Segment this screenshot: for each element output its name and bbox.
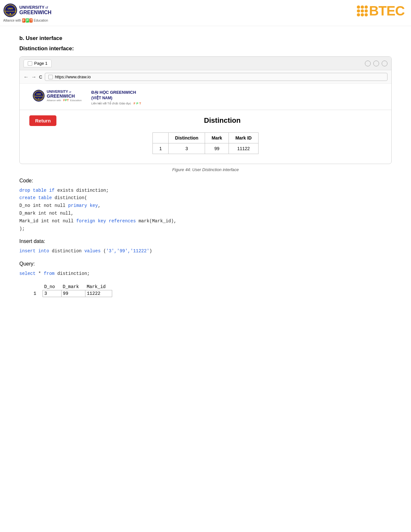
app-header: UNIV GREENWICH UNIVERSITY of GREENWICH A… [20, 84, 391, 110]
query-line-1: select * from distinction; [19, 270, 392, 278]
distinction-table: Distinction Mark Mark ID 1 3 99 11122 [152, 132, 258, 154]
table-cell-num: 1 [153, 143, 169, 154]
distinction-heading-text: Distinction interface: [19, 45, 74, 52]
page-header: UNIV GREENWICH UNIVERSITY of GREENWICH A… [0, 0, 411, 26]
insert-line-1: insert into distinction values ('3','99'… [19, 247, 392, 255]
app-page-title: Distinction [63, 116, 382, 125]
query-code-block: select * from distinction; [19, 270, 392, 278]
svg-text:UNIV: UNIV [36, 93, 41, 95]
window-control-circle-2[interactable] [373, 61, 379, 66]
code-line-3: D_no int not null primary key, [19, 202, 392, 210]
window-control-circle-1[interactable] [365, 61, 371, 66]
window-control-circle-3[interactable] [382, 61, 387, 66]
app-logo-text: UNIVERSITY of GREENWICH Alliance with FP… [47, 90, 82, 102]
code-label-text: Code: [19, 178, 33, 183]
code-label: Code: [19, 178, 392, 184]
code-line-1: drop table if exists distinction; [19, 187, 392, 195]
tab-page-icon [28, 61, 32, 66]
svg-text:GREENWICH: GREENWICH [34, 96, 44, 97]
btec-logo: BTEC [357, 3, 405, 19]
table-header-markid: Mark ID [229, 132, 259, 143]
table-header-mark: Mark [205, 132, 229, 143]
query-result-cell-dno: 3 [43, 290, 62, 297]
uni-name-line2: GREENWICH [19, 10, 52, 15]
query-result-header-dmark: D_mark [62, 284, 85, 290]
svg-text:UNIV: UNIV [8, 7, 13, 10]
return-button[interactable]: Return [29, 115, 56, 126]
app-body: Return Distinction Distinction Mark Mark… [20, 110, 391, 164]
main-content: b. User interface Distinction interface:… [0, 26, 411, 304]
app-vn-name: ĐẠI HỌC GREENWICH (VIỆT NAM) Liên kết vớ… [91, 90, 141, 106]
svg-text:GREENWICH: GREENWICH [4, 10, 16, 12]
app-title-row: Return Distinction [29, 115, 382, 126]
btec-text: BTEC [369, 3, 405, 19]
svg-point-4 [10, 13, 11, 15]
query-result-header-empty [32, 284, 43, 290]
table-row: 1 3 99 11122 [153, 143, 258, 154]
query-result-table: D_no D_mark Mark_id 1 3 99 11222 [32, 284, 112, 297]
section-heading: b. User interface [19, 35, 392, 42]
app-vn-line1: ĐẠI HỌC GREENWICH [91, 90, 141, 95]
app-vn-partner: Liên kết với Tổ chức Giáo dục FPT [91, 102, 141, 106]
query-result-rownum: 1 [32, 290, 43, 297]
table-cell-markid: 11122 [229, 143, 259, 154]
query-result-cell-dmark: 99 [62, 290, 85, 297]
table-cell-mark: 99 [205, 143, 229, 154]
table-header-row: Distinction Mark Mark ID [153, 132, 258, 143]
url-bar[interactable]: https://www.draw.io [45, 73, 387, 81]
university-logo: UNIV GREENWICH UNIVERSITY of GREENWICH A… [3, 3, 52, 23]
app-university-logo: UNIV GREENWICH UNIVERSITY of GREENWICH A… [33, 90, 82, 102]
url-text: https://www.draw.io [55, 74, 91, 79]
query-result-header-dno: D_no [43, 284, 62, 290]
query-result: D_no D_mark Mark_id 1 3 99 11222 [32, 284, 392, 297]
browser-controls [365, 61, 387, 66]
query-result-row: 1 3 99 11222 [32, 290, 112, 297]
table-header-num [153, 132, 169, 143]
code-line-2: create table distinction( [19, 194, 392, 202]
code-line-6: ); [19, 225, 392, 233]
browser-navbar: ← → C https://www.draw.io [20, 70, 391, 84]
browser-titlebar: Page 1 [20, 57, 391, 70]
url-page-icon [48, 75, 53, 79]
query-result-cell-markid: 11222 [85, 290, 112, 297]
distinction-heading: Distinction interface: [19, 45, 392, 52]
section-heading-text: b. User interface [19, 35, 62, 41]
insert-code-block: insert into distinction values ('3','99'… [19, 247, 392, 255]
query-label: Query: [19, 261, 392, 267]
code-block: drop table if exists distinction; create… [19, 187, 392, 233]
btec-dots-icon [357, 5, 368, 16]
refresh-icon[interactable]: C [39, 74, 42, 80]
insert-label: Insert data: [19, 238, 392, 244]
browser-tab[interactable]: Page 1 [24, 59, 52, 67]
app-emblem-icon: UNIV GREENWICH [33, 90, 45, 102]
university-name: UNIVERSITY of GREENWICH [19, 5, 52, 15]
figure-caption-text: Figure 44: User Distinction interface [172, 167, 239, 172]
table-cell-distinction: 3 [169, 143, 205, 154]
back-arrow-icon[interactable]: ← [24, 74, 29, 80]
uni-name-line1: UNIVERSITY [19, 5, 44, 10]
distinction-table-container: Distinction Mark Mark ID 1 3 99 11122 [29, 132, 382, 154]
alliance-label: Alliance with [3, 19, 21, 22]
table-header-distinction: Distinction [169, 132, 205, 143]
university-emblem-icon: UNIV GREENWICH [3, 3, 17, 17]
code-line-4: D_mark int not null, [19, 210, 392, 218]
query-label-text: Query: [19, 261, 35, 266]
query-result-header-markid: Mark_id [85, 284, 112, 290]
alliance-text: Alliance with FPT Education [3, 18, 48, 23]
alliance-suffix: Education [34, 19, 48, 22]
query-result-header-row: D_no D_mark Mark_id [32, 284, 112, 290]
insert-label-text: Insert data: [19, 238, 45, 244]
browser-window: Page 1 ← → C https://www.draw.io [19, 56, 392, 164]
figure-caption: Figure 44: User Distinction interface [19, 167, 392, 172]
code-line-5: Mark_id int not null foreign key referen… [19, 218, 392, 225]
fpt-badge: FPT [22, 18, 33, 23]
forward-arrow-icon[interactable]: → [31, 74, 36, 80]
tab-label: Page 1 [34, 61, 47, 66]
app-vn-line2: (VIỆT NAM) [91, 95, 141, 101]
svg-point-9 [38, 98, 39, 99]
